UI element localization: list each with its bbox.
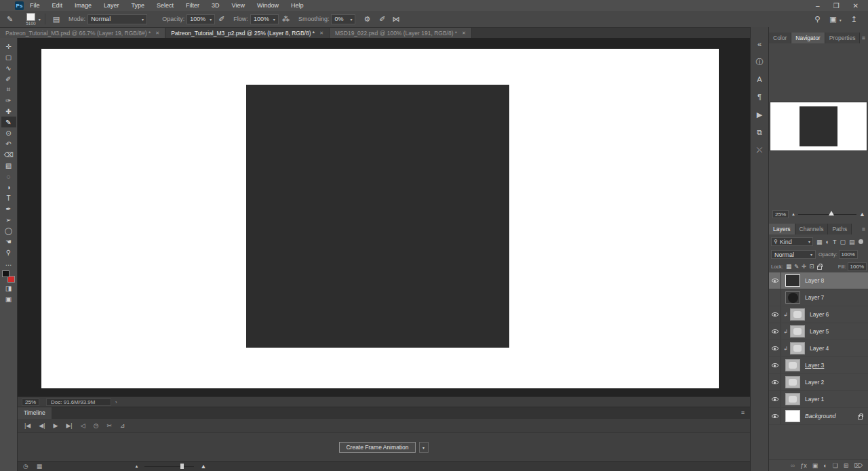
navigator-preview[interactable] [770, 102, 867, 151]
mute-audio-button[interactable]: ◁ [81, 422, 85, 429]
new-layer-icon[interactable]: ⊞ [844, 462, 849, 469]
pen-tool[interactable]: ✒ [1, 203, 16, 214]
share-icon[interactable]: ↥ [851, 15, 857, 24]
visibility-eye-icon[interactable] [772, 414, 778, 418]
layer-name[interactable]: Layer 1 [805, 396, 824, 403]
tab-timeline[interactable]: Timeline [18, 407, 52, 419]
menu-window[interactable]: Window [251, 2, 285, 9]
menu-type[interactable]: Type [125, 2, 151, 9]
layers-opacity-field[interactable]: 100% [839, 250, 858, 259]
document-tab-2-active[interactable]: Patreon_Tutorial_M3_p2.psd @ 25% (Layer … [165, 28, 330, 38]
document-canvas[interactable] [41, 49, 719, 388]
brush-settings-panel-icon[interactable]: ⤬ [753, 144, 766, 156]
panel-menu-icon[interactable]: ≡ [862, 224, 868, 234]
gradient-tool[interactable]: ▧ [1, 160, 16, 171]
zoom-out-icon[interactable]: ▲ [134, 464, 138, 468]
first-frame-button[interactable]: |◀ [24, 422, 31, 429]
shape-filter-icon[interactable]: ▢ [840, 239, 846, 245]
clone-stamp-tool[interactable]: ⊙ [1, 127, 16, 138]
quick-mask-button[interactable]: ◨ [1, 283, 16, 293]
ellipse-tool[interactable]: ◯ [1, 225, 16, 236]
layer-thumbnail[interactable] [790, 342, 805, 354]
tab-layers[interactable]: Layers [769, 224, 795, 234]
previous-frame-button[interactable]: ◀| [39, 422, 45, 429]
tab-navigator[interactable]: Navigator [791, 33, 825, 43]
visibility-eye-icon[interactable] [772, 279, 778, 283]
zoom-tool[interactable]: ⚲ [1, 247, 16, 258]
document-tab-1[interactable]: Patreon_Tutorial_M3.psd @ 66.7% (Layer 1… [0, 28, 165, 38]
pressure-size-icon[interactable]: ✐ [379, 15, 385, 24]
screen-mode-button[interactable]: ▣ [1, 293, 16, 304]
lock-paint-icon[interactable]: ✎ [794, 263, 799, 270]
opacity-dropdown[interactable]: 100% ▾ [186, 14, 215, 24]
visibility-toggle-empty[interactable] [769, 289, 781, 306]
layer-name[interactable]: Background [805, 413, 835, 419]
tab-close-icon[interactable]: ✕ [155, 30, 159, 36]
menu-file[interactable]: File [24, 2, 46, 9]
navigator-zoom-slider[interactable] [798, 214, 856, 215]
character-panel-icon[interactable]: A [753, 73, 766, 85]
menu-image[interactable]: Image [68, 2, 98, 9]
visibility-eye-icon[interactable] [772, 312, 778, 316]
layer-thumbnail[interactable] [790, 308, 805, 321]
layer-row-layer3[interactable]: Layer 3 [769, 357, 868, 374]
visibility-eye-icon[interactable] [772, 346, 778, 350]
layer-thumbnail[interactable] [790, 325, 805, 337]
actions-panel-icon[interactable]: ▶ [753, 108, 766, 121]
symmetry-icon[interactable]: ⋈ [393, 15, 400, 24]
painted-square-layer[interactable] [246, 85, 509, 348]
tab-paths[interactable]: Paths [828, 224, 852, 234]
airbrush-icon[interactable]: ⁂ [282, 15, 290, 24]
layer-name[interactable]: Layer 3 [805, 362, 824, 369]
slider-thumb[interactable] [829, 211, 834, 216]
lock-all-icon[interactable] [817, 266, 822, 270]
smart-object-filter-icon[interactable]: ▤ [849, 239, 855, 245]
timeline-menu-icon[interactable]: ≡ [741, 407, 750, 419]
expand-dock-icon[interactable]: « [753, 38, 766, 50]
split-clip-button[interactable]: ✂ [107, 422, 113, 429]
link-layers-icon[interactable]: ∞ [791, 462, 795, 469]
minimize-button[interactable]: – [816, 2, 820, 9]
layers-fill-field[interactable]: 100% [848, 262, 867, 271]
transition-button[interactable]: ⊿ [120, 422, 125, 429]
filter-toggle-switch[interactable] [859, 239, 863, 244]
delete-layer-icon[interactable]: ⌦ [854, 462, 863, 469]
layer-mask-icon[interactable]: ▣ [812, 462, 818, 469]
lock-position-icon[interactable]: ✛ [802, 263, 806, 270]
layer-name[interactable]: Layer 4 [810, 345, 829, 352]
layer-name[interactable]: Layer 7 [805, 294, 824, 301]
workspace-icon[interactable]: ▣▾ [829, 15, 841, 24]
lock-artboard-icon[interactable]: ⊡ [809, 263, 814, 270]
new-group-icon[interactable]: ❏ [833, 462, 838, 469]
layer-row-background[interactable]: Background [769, 408, 868, 425]
info-panel-icon[interactable]: ⓘ [753, 56, 766, 68]
visibility-eye-icon[interactable] [772, 363, 778, 367]
layer-row-layer2[interactable]: Layer 2 [769, 374, 868, 391]
layer-name[interactable]: Layer 6 [810, 311, 829, 318]
menu-help[interactable]: Help [285, 2, 310, 9]
path-selection-tool[interactable]: ➢ [1, 214, 16, 225]
layer-thumbnail[interactable] [785, 274, 800, 287]
type-tool[interactable]: T [1, 192, 16, 203]
tab-channels[interactable]: Channels [795, 224, 829, 234]
clone-source-panel-icon[interactable]: ⧉ [753, 126, 766, 138]
create-animation-caret-icon[interactable]: ▾ [419, 442, 429, 453]
adjustment-filter-icon[interactable]: ◐ [826, 239, 829, 245]
toolbar-ellipsis-icon[interactable]: … [1, 258, 16, 268]
timecode-icon[interactable]: ◷ [23, 463, 28, 470]
tab-properties[interactable]: Properties [825, 33, 861, 43]
layer-thumbnail[interactable] [785, 410, 800, 422]
tab-close-icon[interactable]: ✕ [462, 30, 466, 36]
slider-thumb[interactable] [180, 464, 184, 469]
navigator-zoom-field[interactable]: 25% [772, 210, 789, 218]
blend-mode-dropdown[interactable]: Normal ▾ [87, 14, 147, 24]
layer-row-layer1[interactable]: Layer 1 [769, 391, 868, 408]
color-swatches[interactable] [2, 270, 15, 283]
blur-tool[interactable]: ◌ [1, 171, 16, 182]
zoom-in-icon[interactable]: ▲ [859, 211, 865, 218]
adjustment-layer-icon[interactable]: ◐ [823, 462, 827, 469]
search-icon[interactable]: ⚲ [814, 15, 820, 24]
gear-icon[interactable]: ⚙ [363, 15, 370, 24]
layer-filter-dropdown[interactable]: ⚲ Kind ▾ [771, 237, 813, 246]
layer-row-layer5[interactable]: ↲ Layer 5 [769, 323, 868, 340]
